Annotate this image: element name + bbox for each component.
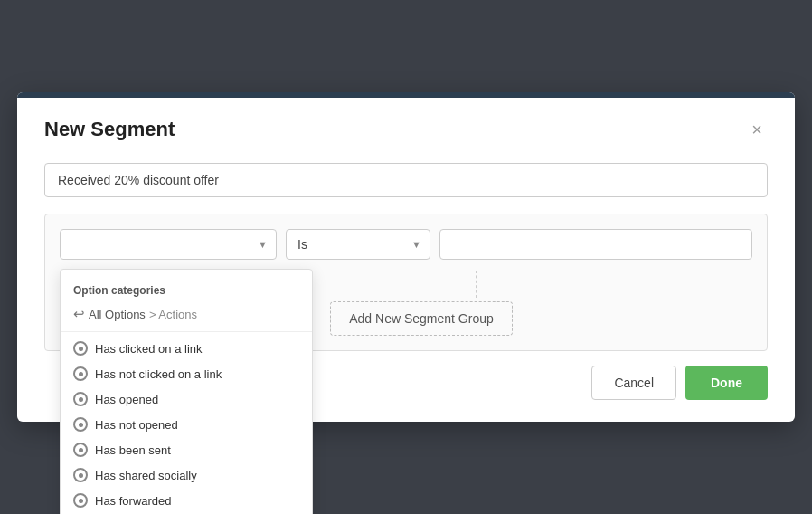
condition-row: ▼ Option categories ↩ All Options > Acti… (60, 229, 752, 260)
done-button[interactable]: Done (685, 366, 768, 400)
dropdown-item-label-4: Has been sent (95, 443, 171, 457)
dropdown-item-4[interactable]: Has been sent (61, 437, 312, 462)
new-segment-modal: New Segment × ▼ Option categories ↩ All … (17, 92, 795, 422)
close-button[interactable]: × (746, 119, 768, 140)
dropdown-item-1[interactable]: Has not clicked on a link (61, 361, 312, 386)
dot-icon-4 (73, 443, 88, 457)
dropdown-item-label-0: Has clicked on a link (95, 342, 203, 356)
dashed-connector (476, 271, 477, 298)
dropdown-item-label-3: Has not opened (95, 418, 178, 432)
dropdown-item-2[interactable]: Has opened (61, 386, 312, 412)
dot-icon-1 (73, 366, 88, 381)
modal-header: New Segment × (44, 118, 768, 141)
modal-title: New Segment (44, 118, 175, 141)
dropdown-item-5[interactable]: Has shared socially (61, 462, 312, 488)
dropdown-item-label-5: Has shared socially (95, 469, 197, 482)
dot-icon-0 (73, 341, 88, 356)
back-arrow-icon: ↩ (73, 306, 85, 322)
dropdown-item-6[interactable]: Has forwarded (61, 488, 312, 513)
dropdown-back-label: All Options (89, 308, 146, 321)
dropdown-item-3[interactable]: Has not opened (61, 412, 312, 437)
dropdown-item-0[interactable]: Has clicked on a link (61, 336, 312, 361)
dot-icon-3 (73, 417, 88, 432)
dropdown-item-label-6: Has forwarded (95, 494, 172, 508)
segment-name-input[interactable] (44, 163, 768, 197)
condition-value-input[interactable] (439, 229, 752, 260)
add-segment-group-button[interactable]: Add New Segment Group (330, 301, 513, 336)
condition-dropdown-menu: Option categories ↩ All Options > Action… (60, 269, 313, 514)
is-select-wrapper[interactable]: Is Is not ▼ (286, 229, 430, 260)
dropdown-header: Option categories (61, 277, 312, 302)
dropdown-back-item[interactable]: ↩ All Options > Actions (61, 302, 312, 332)
dot-icon-5 (73, 468, 88, 482)
dropdown-item-label-1: Has not clicked on a link (95, 367, 222, 381)
modal-top-bar (17, 92, 795, 98)
conditions-box: ▼ Option categories ↩ All Options > Acti… (44, 214, 768, 351)
dot-icon-6 (73, 493, 88, 508)
condition-type-select[interactable] (60, 229, 277, 260)
dot-icon-2 (73, 392, 88, 406)
dropdown-item-label-2: Has opened (95, 393, 158, 406)
dropdown-back-sub: > Actions (149, 308, 197, 321)
cancel-button[interactable]: Cancel (591, 366, 676, 400)
is-select[interactable]: Is Is not (286, 229, 430, 260)
condition-type-wrapper[interactable]: ▼ Option categories ↩ All Options > Acti… (60, 229, 277, 260)
